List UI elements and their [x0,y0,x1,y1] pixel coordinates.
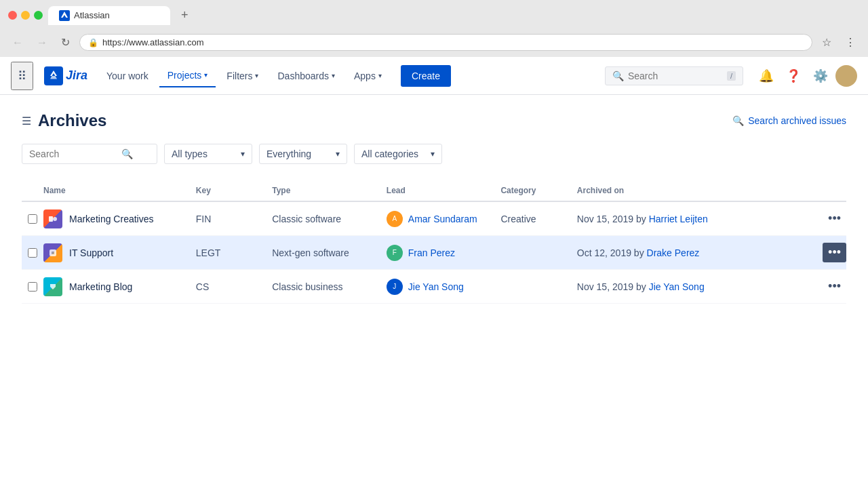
jira-logo-icon [44,66,63,85]
header-lead-col: Lead [387,186,501,195]
row-actions-col: ••• [806,277,846,296]
settings-button[interactable]: ⚙️ [808,64,833,88]
bookmark-button[interactable]: ☆ [818,33,835,52]
type-filter-label: All types [172,148,208,159]
row-checkbox[interactable] [28,214,37,224]
search-shortcut-badge: / [727,71,736,81]
nav-apps[interactable]: Apps ▾ [346,65,390,87]
search-archived-icon: 🔍 [732,115,744,126]
tab-title: Atlassian [74,10,110,20]
page-content: ☰ Archives 🔍 Search archived issues 🔍 Al… [0,95,868,501]
row-type-col: Next-gen software [272,247,387,258]
header-name-col: Name [43,186,196,195]
archived-by-link[interactable]: Drake Perez [647,247,700,258]
header-type-col: Type [272,186,387,195]
row-archived-col: Nov 15, 2019 by Harriet Leijten [577,214,806,224]
row-more-button[interactable]: ••• [823,243,846,262]
row-checkbox[interactable] [28,282,37,292]
row-name-col: Marketing Blog [43,277,196,296]
new-tab-button[interactable]: + [176,5,194,25]
notifications-button[interactable]: 🔔 [754,64,778,88]
lock-icon: 🔒 [88,38,98,47]
row-actions-col: ••• [806,243,846,262]
project-name: Marketing Creatives [69,214,154,224]
page-title-group: ☰ Archives [22,111,106,130]
nav-projects[interactable]: Projects ▾ [159,64,216,87]
filters-row: 🔍 All types ▾ Everything ▾ All categorie… [22,144,846,164]
address-bar[interactable]: 🔒 https://www.atlassian.com [79,34,812,51]
row-key-col: LEGT [196,247,272,258]
browser-menu-button[interactable]: ⋮ [841,33,860,52]
create-button[interactable]: Create [401,65,451,87]
row-checkbox-col[interactable] [22,248,43,258]
lead-name[interactable]: Fran Perez [408,247,455,258]
lead-name[interactable]: Amar Sundaram [408,214,477,224]
svg-point-1 [53,217,57,221]
main-nav: Your work Projects ▾ Filters ▾ Dashboard… [98,64,390,87]
row-checkbox[interactable] [28,248,37,258]
lead-avatar: A [387,211,403,227]
row-checkbox-col[interactable] [22,282,43,292]
nav-filters[interactable]: Filters ▾ [218,65,267,87]
maximize-dot[interactable] [34,11,43,20]
header-icons: 🔔 ❓ ⚙️ [754,64,857,88]
lead-name[interactable]: Jie Yan Song [408,281,464,292]
browser-tab[interactable]: Atlassian [48,6,170,25]
row-more-button[interactable]: ••• [823,277,846,296]
svg-rect-3 [52,252,54,254]
chevron-down-icon: ▾ [204,71,208,79]
back-button[interactable]: ← [8,34,27,52]
category-filter-label: All categories [361,148,418,159]
nav-dashboards[interactable]: Dashboards ▾ [269,65,343,87]
search-archived-button[interactable]: 🔍 Search archived issues [732,115,846,126]
category-filter[interactable]: All categories ▾ [354,144,442,164]
minimize-dot[interactable] [21,11,30,20]
archived-by-link[interactable]: Jie Yan Song [649,281,705,292]
project-icon [43,277,62,296]
row-more-button[interactable]: ••• [823,209,846,228]
name-search-input[interactable] [29,148,117,159]
row-checkbox-col[interactable] [22,214,43,224]
page-header: ☰ Archives 🔍 Search archived issues [22,111,846,130]
app-switcher-button[interactable]: ⠿ [11,62,33,90]
row-type-col: Classic business [272,281,387,292]
browser-dots [8,11,43,20]
close-dot[interactable] [8,11,17,20]
row-actions-col: ••• [806,209,846,228]
global-search-input[interactable] [628,71,723,81]
jira-logo[interactable]: Jira [44,66,87,85]
jira-icon [48,71,59,81]
browser-toolbar: ← → ↻ 🔒 https://www.atlassian.com ☆ ⋮ [8,31,860,57]
row-archived-col: Oct 12, 2019 by Drake Perez [577,247,806,258]
chevron-down-icon: ▾ [255,72,258,79]
row-lead-col: F Fran Perez [387,245,501,261]
lead-avatar: F [387,245,403,261]
help-button[interactable]: ❓ [781,64,806,88]
archived-by-link[interactable]: Harriet Leijten [649,214,708,224]
table-row: Marketing Blog CS Classic business J Jie… [22,270,846,304]
search-icon: 🔍 [612,71,624,81]
app-header: ⠿ Jira Your work Projects ▾ Filters ▾ Da… [0,57,868,95]
forward-button[interactable]: → [33,34,52,52]
url-text: https://www.atlassian.com [102,37,204,47]
it-support-icon [47,247,58,258]
jira-logo-text: Jira [66,68,87,83]
marketing-creatives-icon [47,214,58,224]
type-filter[interactable]: All types ▾ [164,144,252,164]
row-category-col: Creative [500,214,576,224]
reload-button[interactable]: ↻ [57,33,74,52]
row-lead-col: A Amar Sundaram [387,211,501,227]
sidebar-toggle-icon[interactable]: ☰ [22,115,31,127]
project-name: IT Support [69,247,113,258]
table-row: IT Support LEGT Next-gen software F Fran… [22,236,846,270]
tab-favicon [59,10,70,21]
name-search-filter[interactable]: 🔍 [22,144,157,164]
chevron-down-icon: ▾ [332,72,335,79]
row-type-col: Classic software [272,214,387,224]
header-archived-col: Archived on [577,186,806,195]
global-search-box[interactable]: 🔍 / [605,66,743,85]
everything-filter[interactable]: Everything ▾ [259,144,347,164]
header-key-col: Key [196,186,272,195]
user-avatar[interactable] [835,65,857,87]
nav-your-work[interactable]: Your work [98,65,157,87]
